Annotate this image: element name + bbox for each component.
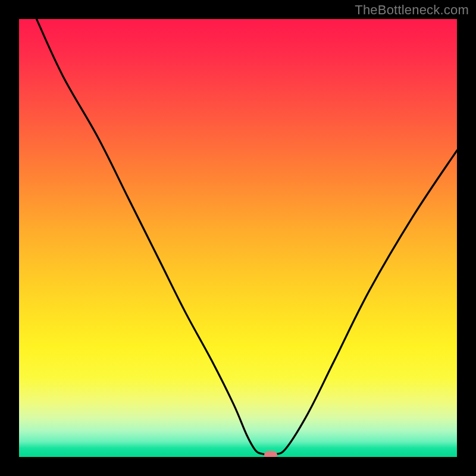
chart-frame: TheBottleneck.com bbox=[0, 0, 476, 476]
plot-area bbox=[19, 19, 457, 457]
bottleneck-curve bbox=[19, 19, 457, 457]
optimal-marker bbox=[264, 451, 277, 457]
watermark-text: TheBottleneck.com bbox=[355, 2, 469, 18]
